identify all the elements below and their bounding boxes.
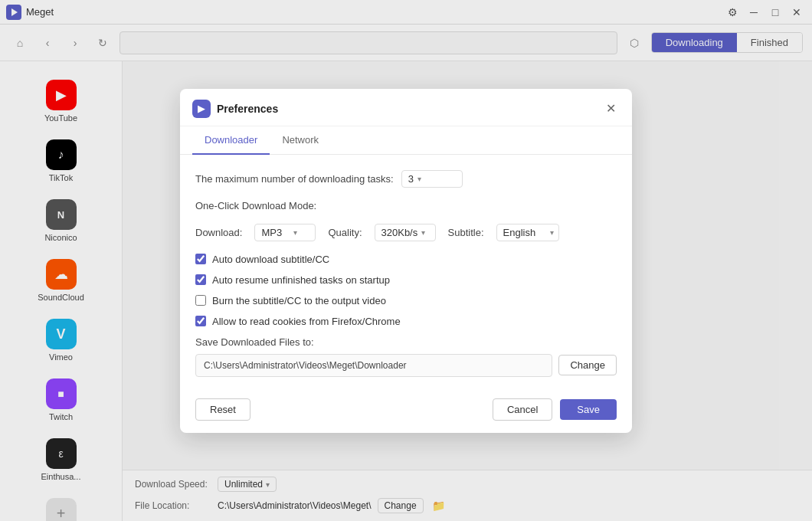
save-path-row: Change	[195, 354, 617, 377]
allow-cookies-label: Allow to read cookies from Firefox/Chrom…	[212, 316, 401, 327]
auto-subtitle-label: Auto download subtitle/CC	[212, 254, 329, 265]
burn-subtitle-checkbox[interactable]	[195, 295, 206, 306]
dialog-header: ▶ Preferences ✕	[180, 89, 632, 126]
dialog-logo-icon: ▶	[192, 100, 211, 118]
dialog-title: Preferences	[217, 103, 601, 115]
subtitle-select[interactable]: English Chinese Japanese None ▾	[496, 224, 559, 241]
dialog-body: The maximum number of downloading tasks:…	[180, 155, 632, 389]
quality-select[interactable]: 128Kb/s 192Kb/s 320Kb/s ▾	[375, 224, 436, 241]
auto-subtitle-checkbox[interactable]	[195, 254, 206, 264]
max-tasks-dropdown[interactable]: 1 2 3 4 5	[408, 173, 414, 185]
allow-cookies-checkbox[interactable]	[195, 316, 206, 326]
download-type-chevron-icon: ▾	[293, 228, 297, 237]
burn-subtitle-label: Burn the subtitle/CC to the output video	[212, 295, 386, 306]
preferences-dialog: ▶ Preferences ✕ Downloader Network The m…	[180, 89, 632, 433]
tab-network[interactable]: Network	[270, 126, 331, 155]
max-tasks-label: The maximum number of downloading tasks:	[195, 173, 394, 185]
max-tasks-row: The maximum number of downloading tasks:…	[195, 170, 617, 188]
one-click-options-row: Download: MP3 MP4 MKV WebM ▾ Quality: 12…	[195, 224, 617, 241]
checkbox-row-allow-cookies: Allow to read cookies from Firefox/Chrom…	[195, 316, 617, 327]
subtitle-label: Subtitle:	[448, 227, 484, 238]
one-click-label: One-Click Download Mode:	[195, 200, 316, 211]
dialog-tabs: Downloader Network	[180, 126, 632, 155]
download-type-label: Download:	[195, 227, 242, 238]
modal-overlay: ▶ Preferences ✕ Downloader Network The m…	[0, 0, 812, 521]
max-tasks-chevron-icon: ▾	[417, 175, 421, 183]
quality-dropdown[interactable]: 128Kb/s 192Kb/s 320Kb/s	[381, 227, 418, 238]
download-type-dropdown[interactable]: MP3 MP4 MKV WebM	[261, 227, 290, 238]
checkbox-row-auto-resume: Auto resume unfinished tasks on startup	[195, 274, 617, 286]
checkbox-row-auto-subtitle: Auto download subtitle/CC	[195, 254, 617, 265]
quality-chevron-icon: ▾	[421, 228, 425, 237]
one-click-mode-label-row: One-Click Download Mode:	[195, 200, 617, 211]
quality-label: Quality:	[328, 227, 362, 238]
tab-downloader[interactable]: Downloader	[192, 126, 270, 155]
auto-resume-checkbox[interactable]	[195, 274, 206, 285]
checkbox-row-burn-subtitle: Burn the subtitle/CC to the output video	[195, 295, 617, 306]
max-tasks-select[interactable]: 1 2 3 4 5 ▾	[401, 170, 463, 188]
dialog-close-button[interactable]: ✕	[601, 100, 620, 118]
save-path-input[interactable]	[195, 354, 552, 377]
dialog-footer: Reset Cancel Save	[180, 389, 632, 433]
auto-resume-label: Auto resume unfinished tasks on startup	[212, 274, 390, 286]
subtitle-chevron-icon: ▾	[550, 228, 554, 237]
cancel-button[interactable]: Cancel	[493, 398, 552, 421]
download-type-select[interactable]: MP3 MP4 MKV WebM ▾	[254, 224, 316, 241]
reset-button[interactable]: Reset	[195, 398, 250, 421]
save-path-label: Save Downloaded Files to:	[195, 336, 617, 348]
subtitle-dropdown[interactable]: English Chinese Japanese None	[503, 227, 547, 238]
save-path-change-button[interactable]: Change	[558, 355, 617, 375]
save-button[interactable]: Save	[560, 399, 617, 420]
save-path-section: Save Downloaded Files to: Change	[195, 336, 617, 377]
